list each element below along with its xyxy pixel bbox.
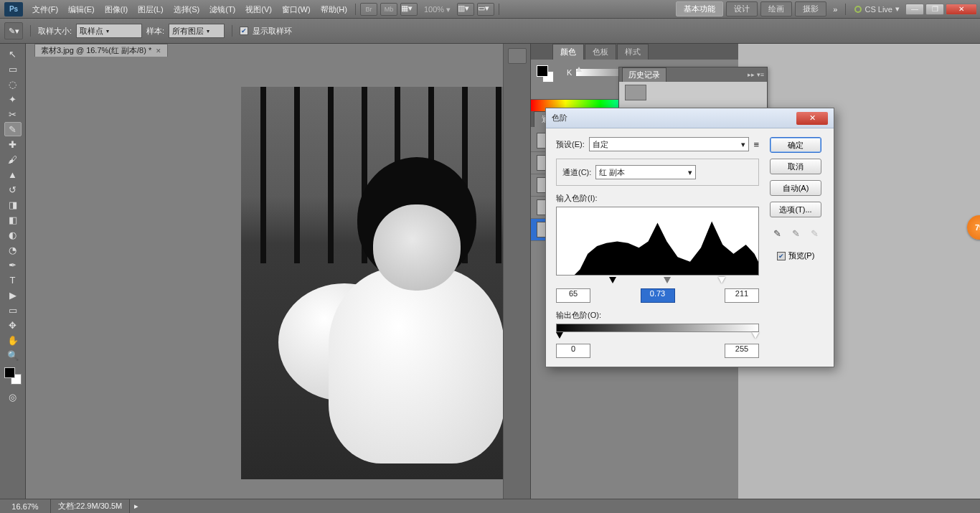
dock-collapse-icon[interactable] xyxy=(508,48,527,64)
output-white-field[interactable]: 255 xyxy=(725,344,759,358)
menu-image[interactable]: 图像(I) xyxy=(100,0,133,19)
menu-layer[interactable]: 图层(L) xyxy=(133,0,168,19)
show-ring-checkbox[interactable]: ✔ xyxy=(240,27,248,35)
3d-tool-icon[interactable]: ✥ xyxy=(4,318,22,332)
white-eyedropper-icon[interactable]: ✎ xyxy=(807,226,821,240)
status-bar: 文档:22.9M/30.5M ▸ xyxy=(0,499,980,513)
cancel-button[interactable]: 取消 xyxy=(770,159,821,174)
auto-button[interactable]: 自动(A) xyxy=(770,180,821,196)
eraser-tool-icon[interactable]: ◨ xyxy=(4,197,22,212)
menu-view[interactable]: 视图(V) xyxy=(240,0,277,19)
menu-window[interactable]: 窗口(W) xyxy=(277,0,316,19)
gray-eyedropper-icon[interactable]: ✎ xyxy=(788,226,803,240)
screenmode-icon[interactable]: ▦▾ xyxy=(400,3,418,16)
preview-checkbox[interactable]: ✔ xyxy=(777,252,786,260)
dodge-tool-icon[interactable]: ◔ xyxy=(4,243,22,257)
eyedropper-tool-icon[interactable]: ✎ xyxy=(4,122,22,136)
gradient-tool-icon[interactable]: ◧ xyxy=(4,212,22,227)
preset-menu-icon[interactable]: ≡ xyxy=(753,139,759,150)
cslive-button[interactable]: CS Live ▾ xyxy=(849,4,905,14)
history-brush-icon[interactable]: ↺ xyxy=(4,182,22,197)
tool-preset-icon[interactable]: ✎▾ xyxy=(4,22,23,39)
out-white-handle[interactable] xyxy=(752,332,759,339)
history-tab[interactable]: 历史记录 xyxy=(622,67,666,82)
out-black-handle[interactable] xyxy=(556,332,563,339)
bridge-icon[interactable]: Br xyxy=(360,3,377,16)
stamp-tool-icon[interactable]: ▲ xyxy=(4,167,22,182)
dialog-title: 色阶 xyxy=(552,113,567,123)
ok-button[interactable]: 确定 xyxy=(770,137,821,153)
workspace-photo[interactable]: 摄影 xyxy=(795,1,826,17)
white-point-handle[interactable] xyxy=(718,277,725,283)
channel-select[interactable]: 红 副本▾ xyxy=(595,165,696,179)
quickmask-icon[interactable]: ◎ xyxy=(4,390,22,404)
color-swatch[interactable] xyxy=(4,367,22,385)
sample-select[interactable]: 所有图层▾ xyxy=(169,24,225,38)
black-point-handle[interactable] xyxy=(609,277,616,283)
workspace-essential[interactable]: 基本功能 xyxy=(676,1,723,17)
menu-file[interactable]: 文件(F) xyxy=(27,0,63,19)
hand-tool-icon[interactable]: ✋ xyxy=(4,333,22,347)
document-image[interactable] xyxy=(241,87,503,479)
color-panel-tabs: 颜色 色板 样式 xyxy=(531,44,738,60)
heal-tool-icon[interactable]: ✚ xyxy=(4,137,22,151)
brush-tool-icon[interactable]: 🖌 xyxy=(4,152,22,166)
preset-label: 预设(E): xyxy=(556,139,585,150)
blur-tool-icon[interactable]: ◐ xyxy=(4,227,22,242)
output-black-field[interactable]: 0 xyxy=(556,344,590,358)
zoom-combo[interactable]: 100% ▾ xyxy=(419,0,456,19)
marquee-tool-icon[interactable]: ▭ xyxy=(4,62,22,76)
input-levels-label: 输入色阶(I): xyxy=(556,193,759,204)
menu-edit[interactable]: 编辑(E) xyxy=(63,0,100,19)
output-levels-label: 输出色阶(O): xyxy=(556,310,759,321)
path-tool-icon[interactable]: ▶ xyxy=(4,288,22,302)
lasso-tool-icon[interactable]: ◌ xyxy=(4,77,22,91)
tab-color[interactable]: 颜色 xyxy=(552,44,584,60)
palette-menu-icon[interactable]: ▸▸ ▾≡ xyxy=(748,71,764,78)
dialog-titlebar[interactable]: 色阶 ✕ xyxy=(546,108,834,128)
shape-tool-icon[interactable]: ▭ xyxy=(4,303,22,317)
input-slider[interactable] xyxy=(556,277,759,286)
workspace-paint[interactable]: 绘画 xyxy=(760,1,792,17)
zoom-field[interactable] xyxy=(0,500,50,513)
screen-icon[interactable]: ▭▾ xyxy=(477,3,494,16)
options-button[interactable]: 选项(T)... xyxy=(770,202,821,217)
history-snapshot[interactable] xyxy=(619,82,767,103)
dialog-close-button[interactable]: ✕ xyxy=(796,112,828,125)
panel-color-swatch[interactable] xyxy=(537,65,554,83)
crop-tool-icon[interactable]: ✂ xyxy=(4,107,22,121)
show-ring-label: 显示取样环 xyxy=(253,26,292,37)
tab-close-icon[interactable]: ✕ xyxy=(156,47,161,55)
workspace-more[interactable]: » xyxy=(828,0,842,19)
preset-select[interactable]: 自定▾ xyxy=(589,137,750,151)
output-slider[interactable] xyxy=(556,332,759,341)
type-tool-icon[interactable]: T xyxy=(4,273,22,287)
tab-swatches[interactable]: 色板 xyxy=(585,44,616,60)
toolbox: ↖ ▭ ◌ ✦ ✂ ✎ ✚ 🖌 ▲ ↺ ◨ ◧ ◐ ◔ ✒ T ▶ ▭ ✥ ✋ … xyxy=(0,44,26,513)
arrange-icon[interactable]: ▥▾ xyxy=(457,3,474,16)
gamma-handle[interactable] xyxy=(664,277,671,283)
sample-label: 样本: xyxy=(146,26,164,37)
pen-tool-icon[interactable]: ✒ xyxy=(4,258,22,272)
menu-help[interactable]: 帮助(H) xyxy=(316,0,352,19)
move-tool-icon[interactable]: ↖ xyxy=(4,47,22,61)
menu-select[interactable]: 选择(S) xyxy=(169,0,205,19)
document-tab[interactable]: 素材3.jpg @ 16.7%(红 副本/8) * ✕ xyxy=(34,44,168,57)
workspace-design[interactable]: 设计 xyxy=(726,1,758,17)
input-gamma-field[interactable]: 0.73 xyxy=(641,288,675,303)
tab-styles[interactable]: 样式 xyxy=(617,44,649,60)
input-black-field[interactable]: 65 xyxy=(556,288,590,303)
wand-tool-icon[interactable]: ✦ xyxy=(4,92,22,106)
levels-dialog: 色阶 ✕ 预设(E): 自定▾ ≡ 通道(C): 红 副本▾ 输入色阶(I): xyxy=(545,108,834,367)
close-button[interactable]: ✕ xyxy=(946,4,977,15)
maximize-button[interactable]: ❐ xyxy=(925,4,944,15)
black-eyedropper-icon[interactable]: ✎ xyxy=(770,226,784,240)
sample-size-select[interactable]: 取样点▾ xyxy=(76,24,142,38)
input-white-field[interactable]: 211 xyxy=(725,288,759,303)
options-bar: ✎▾ 取样大小: 取样点▾ 样本: 所有图层▾ ✔ 显示取样环 xyxy=(0,19,980,44)
minibridge-icon[interactable]: Mb xyxy=(380,3,397,16)
zoom-tool-icon[interactable]: 🔍 xyxy=(4,348,22,362)
status-arrow-icon[interactable]: ▸ xyxy=(130,502,143,511)
minimize-button[interactable]: — xyxy=(905,4,924,15)
menu-filter[interactable]: 滤镜(T) xyxy=(204,0,240,19)
